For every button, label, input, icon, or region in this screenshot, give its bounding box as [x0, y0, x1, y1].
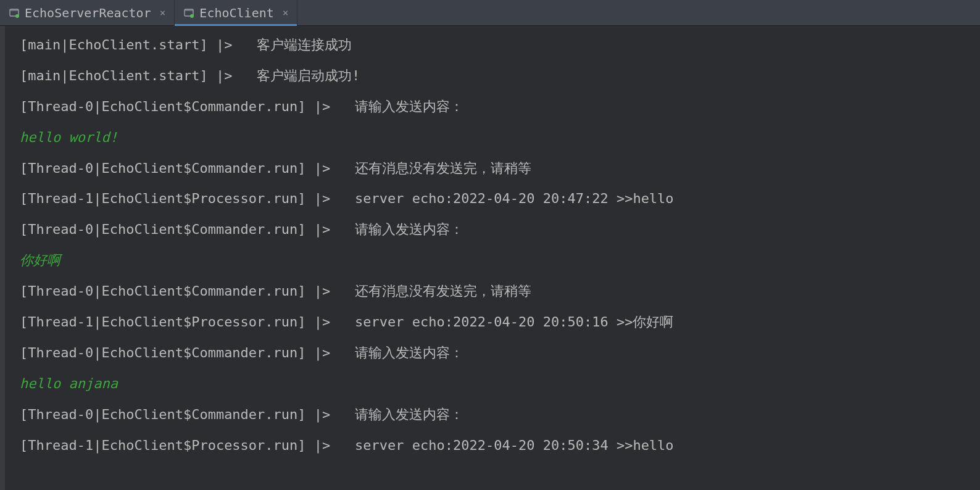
console-log-line: [Thread-0|EchoClient$Commander.run] |> 请… — [20, 338, 971, 368]
console-log-line: [Thread-0|EchoClient$Commander.run] |> 还… — [20, 153, 971, 184]
svg-rect-4 — [185, 9, 193, 11]
close-icon[interactable]: × — [283, 7, 289, 19]
console-log-line: [Thread-0|EchoClient$Commander.run] |> 请… — [20, 91, 971, 122]
console-log-line: [Thread-1|EchoClient$Processor.run] |> s… — [20, 307, 971, 338]
console-log-line: [Thread-1|EchoClient$Processor.run] |> s… — [20, 183, 971, 214]
tab-echo-server-reactor[interactable]: EchoServerReactor × — [0, 0, 175, 25]
tool-window-gutter — [0, 26, 5, 490]
tab-echo-client[interactable]: EchoClient × — [175, 0, 297, 25]
run-config-icon — [9, 7, 20, 19]
tab-label: EchoClient — [199, 6, 273, 20]
console-log-line: [Thread-0|EchoClient$Commander.run] |> 请… — [20, 399, 971, 430]
console-input-line: hello world! — [20, 122, 971, 153]
console-log-line: [main|EchoClient.start] |> 客户端启动成功! — [20, 60, 971, 91]
svg-point-2 — [15, 14, 19, 18]
svg-point-5 — [190, 14, 194, 18]
tab-label: EchoServerReactor — [25, 6, 151, 20]
console-input-line: 你好啊 — [20, 245, 971, 276]
console-log-line: [main|EchoClient.start] |> 客户端连接成功 — [20, 30, 971, 60]
console-input-line: hello anjana — [20, 368, 971, 399]
console-log-line: [Thread-0|EchoClient$Commander.run] |> 请… — [20, 214, 971, 245]
console-log-line: [Thread-1|EchoClient$Processor.run] |> s… — [20, 430, 971, 461]
console-output[interactable]: [main|EchoClient.start] |> 客户端连接成功[main|… — [11, 26, 980, 490]
tab-bar: EchoServerReactor × EchoClient × — [0, 0, 980, 26]
svg-rect-1 — [10, 9, 19, 11]
console-log-line: [Thread-0|EchoClient$Commander.run] |> 还… — [20, 276, 971, 307]
run-config-icon — [183, 7, 194, 19]
close-icon[interactable]: × — [160, 7, 166, 19]
